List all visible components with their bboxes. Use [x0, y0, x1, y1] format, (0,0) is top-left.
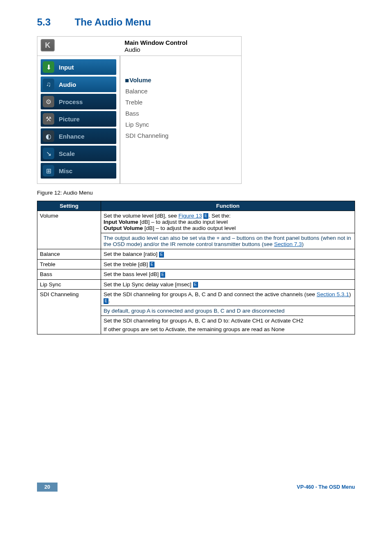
slider-icon: E [193, 282, 198, 288]
osd-header-text: Main Window Control Audio [125, 39, 187, 53]
menu-label: Picture [59, 116, 80, 123]
menu-label: Enhance [59, 133, 85, 140]
menu-audio[interactable]: ♫Audio [41, 77, 116, 92]
menu-process[interactable]: ⚙Process [41, 94, 116, 109]
menu-input[interactable]: ⬇Input [41, 59, 116, 75]
content-item-lip-sync[interactable]: Lip Sync [125, 121, 237, 128]
th-setting: Setting [37, 201, 101, 211]
link-section73[interactable]: Section 7.3 [274, 241, 302, 247]
menu-label: Misc [59, 167, 72, 174]
section-heading: 5.3 The Audio Menu [37, 16, 355, 28]
cell-function: Set the SDI channeling for groups A, B, … [101, 290, 355, 306]
cell-setting: Treble [37, 259, 101, 269]
table-row: Bass Set the bass level [dB] E [37, 269, 355, 279]
menu-picture[interactable]: ⚒Picture [41, 111, 116, 127]
link-section531[interactable]: Section 5.3.1 [317, 291, 349, 297]
footer-text: VP-460 - The OSD Menu [297, 484, 355, 490]
osd-screenshot: K Main Window Control Audio ⬇Input♫Audio… [37, 36, 242, 184]
figure-caption: Figure 12: Audio Menu [37, 190, 355, 196]
table-row: Treble Set the treble [dB] E [37, 259, 355, 269]
text: Set the treble [dB] [104, 261, 150, 267]
table-row: Balance Set the balance [ratio] E [37, 249, 355, 259]
menu-process-icon: ⚙ [42, 95, 55, 108]
table-row: SDI Channeling Set the SDI channeling fo… [37, 290, 355, 306]
text: ) [302, 241, 304, 247]
cell-function: Set the bass level [dB] E [101, 269, 355, 279]
cell-function: Set the balance [ratio] E [101, 249, 355, 259]
content-item-bass[interactable]: Bass [125, 110, 237, 117]
text: If other groups are set to Activate, the… [104, 326, 352, 332]
section-title: The Audio Menu [75, 16, 151, 28]
menu-enhance[interactable]: ◐Enhance [41, 128, 116, 144]
page-number: 20 [37, 483, 58, 492]
section-number: 5.3 [37, 16, 72, 28]
menu-picture-icon: ⚒ [42, 113, 55, 125]
content-item-balance[interactable]: Balance [125, 88, 237, 95]
bold-text: Output Volume [104, 225, 143, 231]
cell-note: The output audio level can also be set v… [101, 233, 355, 249]
menu-scale-icon: ↘ [42, 147, 55, 160]
text: Set the bass level [dB] [104, 271, 160, 277]
text: ) [349, 291, 351, 297]
content-item-label: Bass [125, 110, 139, 117]
menu-label: Input [59, 64, 74, 71]
text: Set the balance [ratio] [104, 251, 159, 257]
menu-label: Process [59, 98, 83, 105]
content-item-label: SDI Channeling [125, 132, 168, 139]
text: . Set the: [208, 213, 231, 219]
text: Set the Lip Sync delay value [msec] [104, 281, 193, 288]
menu-misc[interactable]: ⊞Misc [41, 163, 116, 179]
selection-bullet-icon [125, 79, 129, 82]
slider-icon: E [104, 298, 108, 304]
settings-table: Setting Function Volume Set the volume l… [37, 201, 355, 334]
menu-label: Scale [59, 150, 75, 157]
osd-header-line1: Main Window Control [125, 39, 187, 46]
cell-function: Set the SDI channeling for groups A, B, … [101, 316, 355, 334]
text: The output audio level can also be set v… [104, 235, 351, 247]
content-item-label: Balance [125, 88, 148, 95]
cell-function: Set the volume level [dB], see Figure 13… [101, 211, 355, 233]
bold-text: Input Volume [104, 219, 138, 225]
text: Set the SDI channeling for groups A, B, … [104, 291, 317, 297]
table-row: Lip Sync Set the Lip Sync delay value [m… [37, 279, 355, 289]
content-item-label: Volume [129, 77, 151, 84]
th-function: Function [101, 201, 355, 211]
osd-sidebar: ⬇Input♫Audio⚙Process⚒Picture◐Enhance↘Sca… [37, 56, 120, 183]
menu-audio-icon: ♫ [42, 78, 55, 91]
cell-setting: Volume [37, 211, 101, 249]
slider-icon: E [160, 272, 165, 278]
cell-setting: SDI Channeling [37, 290, 101, 334]
page-footer: 20 VP-460 - The OSD Menu [37, 483, 355, 492]
text: [dB] – to adjust the audio input level [138, 219, 228, 225]
menu-input-icon: ⬇ [42, 61, 55, 73]
cell-setting: Balance [37, 249, 101, 259]
menu-scale[interactable]: ↘Scale [41, 146, 116, 161]
text: Set the volume level [dB], see [104, 213, 178, 219]
osd-content: VolumeBalanceTrebleBassLip SyncSDI Chann… [120, 56, 241, 183]
cell-setting: Lip Sync [37, 279, 101, 289]
link-figure13[interactable]: Figure 13 [178, 213, 202, 219]
brand-logo-icon: K [41, 39, 55, 51]
text: [dB] – to adjust the audio output level [143, 225, 236, 231]
osd-body: ⬇Input♫Audio⚙Process⚒Picture◐Enhance↘Sca… [37, 56, 241, 183]
content-item-sdi-channeling[interactable]: SDI Channeling [125, 132, 237, 139]
slider-icon: E [150, 262, 154, 267]
slider-icon: E [159, 252, 164, 258]
slider-icon: E [203, 213, 208, 219]
table-row: Volume Set the volume level [dB], see Fi… [37, 211, 355, 233]
menu-enhance-icon: ◐ [42, 130, 55, 142]
cell-setting: Bass [37, 269, 101, 279]
text: Set the SDI channeling for groups A, B, … [104, 318, 352, 324]
cell-function: Set the treble [dB] E [101, 259, 355, 269]
osd-header-line2: Audio [125, 46, 187, 53]
cell-note: By default, group A is connected and gro… [101, 306, 355, 316]
content-item-label: Treble [125, 99, 143, 106]
cell-function: Set the Lip Sync delay value [msec] E [101, 279, 355, 289]
osd-header: K Main Window Control Audio [37, 37, 241, 56]
content-item-label: Lip Sync [125, 121, 149, 128]
menu-misc-icon: ⊞ [42, 165, 55, 177]
content-item-treble[interactable]: Treble [125, 99, 237, 106]
menu-label: Audio [59, 81, 76, 88]
content-item-volume[interactable]: Volume [125, 77, 237, 84]
